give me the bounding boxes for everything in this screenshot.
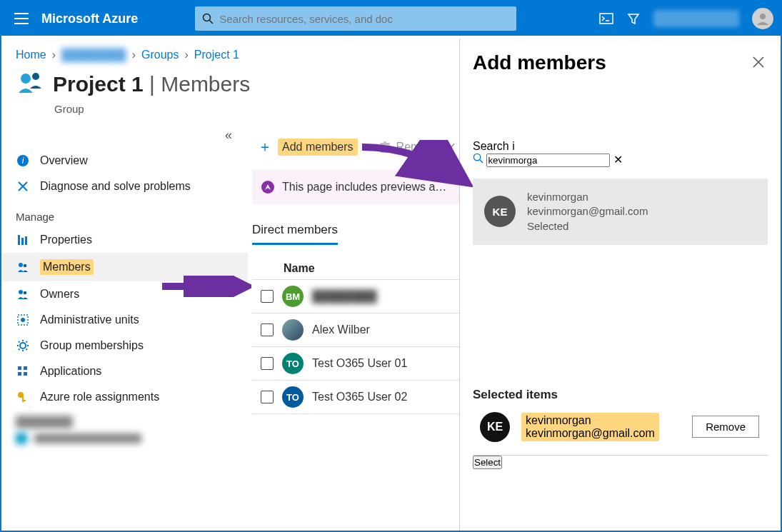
add-members-button[interactable]: ＋ Add members [252, 134, 364, 160]
cloud-shell-icon[interactable] [599, 11, 613, 26]
direct-members-tab[interactable]: Direct members [252, 223, 338, 245]
svg-rect-32 [18, 372, 21, 376]
svg-point-21 [20, 343, 26, 348]
clear-search-button[interactable]: ✕ [613, 154, 623, 166]
svg-rect-2 [14, 23, 29, 24]
brand-title: Microsoft Azure [41, 11, 138, 26]
sidebar-item-label: Overview [40, 154, 88, 167]
sidebar-item-owners[interactable]: Owners [1, 281, 248, 307]
svg-rect-12 [18, 235, 20, 245]
page-title-sub: Members [161, 72, 250, 96]
panel-title: Add members [473, 51, 768, 74]
row-avatar [282, 319, 304, 341]
svg-rect-36 [22, 400, 26, 401]
panel-search-input[interactable] [486, 154, 610, 167]
svg-line-29 [26, 341, 28, 343]
svg-line-26 [19, 341, 20, 343]
trash-icon [379, 141, 391, 154]
sidebar-item-label: Applications [40, 365, 101, 378]
sidebar-item-role-assignments[interactable]: Azure role assignments [1, 384, 248, 410]
svg-text:i: i [22, 156, 24, 166]
row-avatar: TO [282, 386, 304, 408]
remove-selected-button[interactable]: Remove [692, 416, 759, 438]
sidebar-item-members[interactable]: Members [1, 253, 248, 281]
svg-point-43 [473, 154, 480, 160]
panel-footer: Select [473, 456, 768, 469]
chevron-right-icon: › [52, 49, 56, 61]
rocket-icon [261, 180, 275, 194]
svg-rect-14 [25, 236, 27, 245]
selected-name: kevinmorgan [526, 414, 655, 427]
group-icon [16, 69, 44, 100]
owners-icon [16, 288, 30, 301]
sidebar-item-label: Properties [40, 234, 92, 246]
sidebar-item-admin-units[interactable]: Administrative units [1, 307, 248, 333]
row-checkbox[interactable] [261, 357, 274, 370]
row-avatar: BM [282, 286, 304, 307]
chevron-right-icon: › [185, 49, 189, 61]
select-button[interactable]: Select [473, 456, 502, 469]
svg-point-16 [24, 264, 27, 268]
global-search[interactable] [195, 6, 516, 31]
svg-point-20 [21, 318, 25, 322]
topbar: Microsoft Azure [1, 1, 781, 36]
info-icon: i [16, 154, 30, 167]
check-icon: ✓ [447, 140, 456, 154]
topbar-actions [599, 8, 773, 29]
row-avatar: TO [282, 353, 304, 374]
admin-units-icon [16, 313, 30, 326]
breadcrumb-groups[interactable]: Groups [141, 49, 179, 61]
breadcrumb-current[interactable]: Project 1 [194, 49, 239, 61]
sidebar-item-label: Members [40, 259, 94, 275]
collapse-sidebar-button[interactable]: « [1, 128, 248, 148]
add-members-label: Add members [278, 139, 358, 156]
info-icon[interactable]: i [512, 140, 515, 152]
search-result-card[interactable]: KE kevinmorgan kevinmorgan@gmail.com Sel… [473, 179, 768, 245]
result-details: kevinmorgan kevinmorgan@gmail.com Select… [527, 190, 648, 234]
panel-search-box[interactable]: ✕ [473, 153, 768, 167]
selected-items-header: Selected items [473, 388, 768, 402]
global-search-input[interactable] [219, 13, 509, 25]
svg-rect-0 [14, 13, 29, 14]
diagnose-icon [16, 180, 30, 193]
svg-point-8 [21, 74, 31, 84]
result-name: kevinmorgan [527, 190, 648, 204]
row-checkbox[interactable] [261, 391, 274, 403]
close-panel-button[interactable] [752, 56, 765, 71]
sidebar-item-label: Diagnose and solve problems [40, 180, 191, 193]
search-label: Search i [473, 140, 768, 153]
page-title-sep: | [144, 72, 161, 96]
svg-line-28 [19, 349, 20, 351]
breadcrumb-home[interactable]: Home [16, 49, 46, 61]
user-avatar[interactable] [752, 8, 773, 29]
svg-point-9 [32, 73, 39, 80]
sidebar-item-applications[interactable]: Applications [1, 358, 248, 384]
svg-point-7 [760, 14, 766, 19]
sidebar-item-properties[interactable]: Properties [1, 227, 248, 253]
row-checkbox[interactable] [261, 323, 274, 336]
close-icon [752, 56, 765, 69]
row-checkbox[interactable] [261, 290, 274, 303]
row-name: Test O365 User 02 [312, 391, 407, 403]
chevron-right-icon: › [132, 49, 136, 61]
row-name: ████████ [312, 290, 377, 303]
row-name: Test O365 User 01 [312, 357, 407, 370]
plus-icon: ＋ [258, 137, 272, 156]
svg-line-4 [210, 21, 214, 24]
breadcrumb-redacted[interactable]: ████████ [61, 49, 126, 61]
gear-icon [16, 339, 30, 352]
sidebar-item-diagnose[interactable]: Diagnose and solve problems [1, 174, 248, 199]
sidebar-item-group-memberships[interactable]: Group memberships [1, 333, 248, 358]
sidebar: « i Overview Diagnose and solve problems… [1, 128, 248, 532]
sidebar-item-overview[interactable]: i Overview [1, 148, 248, 174]
sidebar-item-label: Azure role assignments [40, 391, 159, 403]
filter-icon[interactable] [626, 11, 641, 26]
svg-rect-33 [24, 372, 27, 376]
hamburger-menu-button[interactable] [9, 6, 34, 31]
search-label-text: Search [473, 140, 509, 152]
person-icon [755, 11, 771, 26]
remove-button[interactable]: Remove ✓ [374, 136, 463, 157]
svg-rect-5 [600, 14, 613, 24]
svg-line-44 [480, 160, 483, 163]
remove-label: Remove [396, 141, 439, 154]
